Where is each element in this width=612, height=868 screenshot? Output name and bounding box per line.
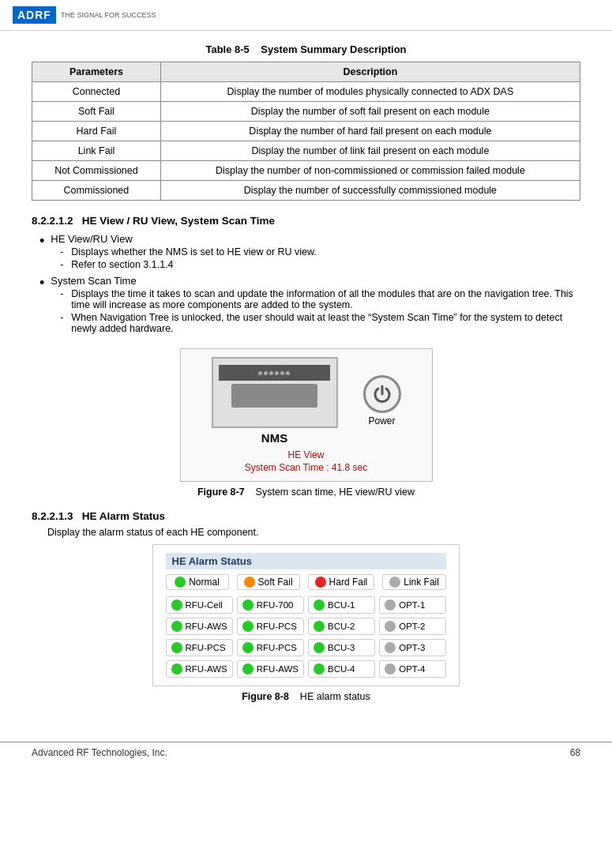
bullet-2-label: System Scan Time <box>51 275 136 287</box>
alarm-cell-label-0: RFU-Cell <box>186 600 223 610</box>
alarm-title-bar: HE Alarm Status <box>166 553 447 569</box>
alarm-legend-led-1 <box>244 577 255 588</box>
alarm-legend-label-0: Normal <box>189 577 220 588</box>
power-svg-icon <box>371 383 393 405</box>
footer-page: 68 <box>570 747 580 758</box>
alarm-cell-label-15: OPT-4 <box>399 664 425 674</box>
alarm-image-wrap: HE Alarm Status NormalSoft FailHard Fail… <box>32 544 580 686</box>
bullet-1-content: HE View/RU View Displays whether the NMS… <box>51 233 580 272</box>
alarm-legend-label-1: Soft Fail <box>258 577 293 588</box>
alarm-cell-14: BCU-4 <box>308 660 375 678</box>
nms-box-inner <box>219 365 329 381</box>
footer-company: Advanced RF Technologies, Inc. <box>32 747 167 758</box>
nms-dot-5 <box>280 371 284 375</box>
nms-dot-1 <box>258 371 262 375</box>
dash-1-2: Refer to section 3.1.1.4 <box>60 259 580 270</box>
table-cell-4-0: Not Commissioned <box>32 161 161 181</box>
alarm-cell-label-3: OPT-1 <box>399 600 425 610</box>
alarm-cell-label-5: RFU-PCS <box>257 622 297 631</box>
alarm-legend-label-2: Hard Fail <box>329 577 368 588</box>
table-cell-1-1: Display the number of soft fail present … <box>160 102 580 122</box>
main-content: Table 8-5 System Summary Description Par… <box>0 31 612 727</box>
bullet-dot-2: • <box>39 276 44 290</box>
alarm-cell-led-6 <box>314 621 325 632</box>
table-num: Table 8-5 <box>205 43 249 55</box>
alarm-legend-led-3 <box>389 577 400 588</box>
alarm-legend-item-0: Normal <box>166 574 229 590</box>
section-8221-heading: 8.2.2.1.2 HE View / RU View, System Scan… <box>32 215 580 227</box>
alarm-cell-led-11 <box>385 642 396 653</box>
he-view-text: HE View <box>189 449 424 460</box>
alarm-cell-label-9: RFU-PCS <box>257 643 297 652</box>
alarm-cell-label-2: BCU-1 <box>328 600 355 610</box>
alarm-cell-label-6: BCU-2 <box>328 622 355 631</box>
section-8213-title: HE Alarm Status <box>82 510 165 522</box>
alarm-cell-9: RFU-PCS <box>237 639 304 656</box>
alarm-cell-label-12: RFU-AWS <box>186 664 227 674</box>
alarm-cell-label-11: OPT-3 <box>399 643 425 652</box>
table-cell-2-0: Hard Fail <box>32 122 161 141</box>
alarm-cell-led-9 <box>242 642 253 653</box>
alarm-cell-11: OPT-3 <box>379 639 446 656</box>
alarm-cell-6: BCU-2 <box>308 618 375 635</box>
logo-tagline: THE SIGNAL FOR SUCCESS <box>61 11 156 19</box>
alarm-cell-13: RFU-AWS <box>237 660 304 678</box>
figure-7-caption: Figure 8-7 System scan time, HE view/RU … <box>32 487 580 498</box>
page-footer: Advanced RF Technologies, Inc. 68 <box>0 742 612 763</box>
nms-panel: NMS <box>212 357 338 445</box>
alarm-cell-led-4 <box>171 621 182 632</box>
figure-row: NMS Power <box>189 357 424 445</box>
section-8221-num: 8.2.2.1.2 <box>32 215 73 227</box>
table-cell-4-1: Display the number of non-commissioned o… <box>160 161 580 181</box>
dash-1-1: Displays whether the NMS is set to HE vi… <box>60 246 580 257</box>
bullet-2: • System Scan Time Displays the time it … <box>39 275 580 336</box>
nms-label: NMS <box>212 431 338 445</box>
alarm-cell-led-7 <box>385 621 396 632</box>
alarm-grid: RFU-CellRFU-700BCU-1OPT-1RFU-AWSRFU-PCSB… <box>166 596 447 678</box>
alarm-cell-led-1 <box>242 599 253 611</box>
bullet-2-content: System Scan Time Displays the time it ta… <box>51 275 580 336</box>
table-cell-0-0: Connected <box>32 82 161 102</box>
figure-7-text: System scan time, HE view/RU view <box>256 487 415 498</box>
table-cell-3-1: Display the number of link fail present … <box>160 141 580 161</box>
logo-area: ADRF THE SIGNAL FOR SUCCESS <box>13 6 156 24</box>
power-circle <box>363 375 401 413</box>
nms-dot-6 <box>286 371 290 375</box>
logo-text: ADRF <box>13 6 56 24</box>
table-cell-0-1: Display the number of modules physically… <box>160 82 580 102</box>
alarm-cell-5: RFU-PCS <box>237 618 304 635</box>
nms-dots <box>258 371 290 375</box>
alarm-cell-2: BCU-1 <box>308 596 375 614</box>
page-header: ADRF THE SIGNAL FOR SUCCESS <box>0 0 612 31</box>
bullet-1: • HE View/RU View Displays whether the N… <box>39 233 580 272</box>
scan-time-text: System Scan Time : 41.8 sec <box>189 462 424 473</box>
alarm-cell-led-14 <box>314 663 325 674</box>
figure-8-num: Figure 8-8 <box>242 691 289 702</box>
alarm-cell-7: OPT-2 <box>379 618 446 635</box>
nms-dot-4 <box>275 371 279 375</box>
alarm-cell-4: RFU-AWS <box>166 618 233 635</box>
nms-box <box>212 357 338 428</box>
alarm-cell-led-15 <box>385 663 396 674</box>
alarm-legend: NormalSoft FailHard FailLink Fail <box>166 574 447 590</box>
alarm-legend-item-1: Soft Fail <box>237 574 300 590</box>
section-8213-num: 8.2.2.1.3 <box>32 510 73 522</box>
alarm-cell-led-8 <box>171 642 182 653</box>
alarm-desc: Display the alarm status of each HE comp… <box>47 527 580 538</box>
section-8221-title: HE View / RU View, System Scan Time <box>82 215 275 227</box>
alarm-cell-led-0 <box>171 599 182 611</box>
alarm-cell-label-14: BCU-4 <box>328 664 355 674</box>
alarm-cell-label-13: RFU-AWS <box>257 664 298 674</box>
col-header-params: Parameters <box>32 62 161 82</box>
alarm-legend-item-2: Hard Fail <box>308 574 375 590</box>
alarm-cell-label-1: RFU-700 <box>257 600 294 610</box>
bullet-section: • HE View/RU View Displays whether the N… <box>39 233 580 336</box>
col-header-desc: Description <box>160 62 580 82</box>
alarm-cell-8: RFU-PCS <box>166 639 233 656</box>
alarm-cell-label-10: BCU-3 <box>328 643 355 652</box>
alarm-cell-0: RFU-Cell <box>166 596 233 614</box>
dash-2-2: When Navigation Tree is unlocked, the us… <box>60 312 580 334</box>
bullet-2-dashes: Displays the time it takes to scan and u… <box>60 288 580 334</box>
table-cell-5-0: Commissioned <box>32 181 161 201</box>
table-title: Table 8-5 System Summary Description <box>32 43 580 55</box>
